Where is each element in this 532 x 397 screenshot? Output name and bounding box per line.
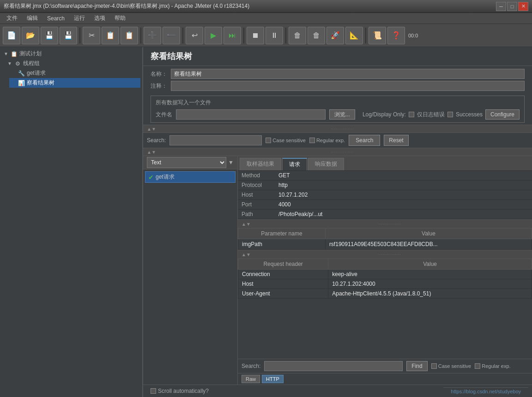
toolbar: 📄 📂 💾 💾 ✂ 📋 📋 ➕ ➖ ↩ ▶ ⏭ ⏹ ⏸ 🗑 🗑 🚀 📐 📜 ❓ … [0,24,532,47]
successes-checkbox[interactable] [447,112,453,117]
toolbar-clear[interactable]: 🗑 [289,27,306,44]
tab-response-data[interactable]: 响应数据 [308,158,344,170]
tree-item-result-tree[interactable]: 📊 察看结果树 [9,78,140,88]
bottom-search-input[interactable] [264,361,403,371]
headers-col2: Value [328,259,532,270]
toolbar-clear-all[interactable]: 🗑 [308,27,325,44]
toolbar-save[interactable]: 💾 [60,27,77,44]
protocol-value: http [275,180,532,190]
header-name-1: Host [238,279,328,289]
toolbar-sep1 [79,28,80,43]
toolbar-start-no-pause[interactable]: ⏭ [224,27,241,44]
toolbar-new[interactable]: 📄 [3,27,20,44]
tree-item-get-request[interactable]: 🔧 get请求 [9,68,140,78]
params-divider-arrows: ▲▼ [242,222,251,227]
params-divider-handle: ⋯⋯⋯⋯⋯ [251,222,528,227]
menu-edit[interactable]: 编辑 [22,13,42,23]
headers-section: ▲▼ ⋯⋯⋯⋯⋯ Request header Value [238,250,532,359]
menu-bar: 文件 编辑 Search 运行 选项 帮助 [0,13,532,24]
toolbar-paste[interactable]: 📋 [121,27,138,44]
path-label: Path [238,210,275,219]
text-dropdown[interactable]: Text [147,157,226,168]
divider-bar-2: ▲▼ ⋯⋯⋯⋯⋯ [143,148,532,156]
menu-options[interactable]: 选项 [90,13,110,23]
request-info-table: Method GET Protocol http Host 10.27.1.20… [238,171,532,219]
tab-sampler-result[interactable]: 取样器结果 [240,158,281,170]
browse-button[interactable]: 浏览... [329,109,355,120]
regular-exp-check[interactable]: Regular exp. [309,138,345,143]
bottom-regular-exp-checkbox[interactable] [475,363,480,369]
toolbar-save-all[interactable]: 💾 [41,27,58,44]
toolbar-copy[interactable]: 📋 [102,27,119,44]
bottom-case-sensitive-checkbox[interactable] [431,363,437,369]
configure-button[interactable]: Configure [485,109,520,120]
toolbar-remove[interactable]: ➖ [163,27,180,44]
params-section: ▲▼ ⋯⋯⋯⋯⋯ Parameter name Value [238,219,532,250]
toolbar-sep3 [182,28,183,43]
tabs-bar: 取样器结果 请求 响应数据 [238,156,532,171]
menu-search[interactable]: Search [42,14,69,23]
search-input[interactable] [169,135,262,145]
toolbar-run-remote[interactable]: 🚀 [326,27,344,44]
toolbar-add[interactable]: ➕ [144,27,161,44]
headers-col1: Request header [238,259,328,270]
tree-item-thread-group[interactable]: ▼ ⚙ 线程组 [6,59,140,68]
menu-run[interactable]: 运行 [69,13,90,23]
search-button[interactable]: Search [349,135,380,146]
scroll-auto-checkbox[interactable] [151,388,156,394]
toolbar-start[interactable]: ▶ [205,27,222,44]
toolbar-stop[interactable]: ⏹ [247,27,264,44]
toolbar-templates[interactable]: 📐 [345,27,363,44]
content-area: Text ▼ ✔ get请求 取样器结果 请求 [143,156,532,385]
case-sensitive-check[interactable]: Case sensitive [266,138,306,143]
name-input[interactable] [171,69,525,79]
maximize-button[interactable]: □ [507,2,517,11]
result-item-label: get请求 [156,173,175,181]
reset-button[interactable]: Reset [384,135,408,146]
bottom-regular-exp[interactable]: Regular exp. [475,363,510,369]
test-plan-tree: ▼ 📋 测试计划 ▼ ⚙ 线程组 🔧 get请求 📊 察看结果树 [0,47,142,397]
request-details: Method GET Protocol http Host 10.27.1.20… [238,171,532,385]
toolbar-help[interactable]: ❓ [387,27,405,44]
http-button[interactable]: HTTP [262,375,284,383]
comment-row: 注释： [151,81,525,91]
close-button[interactable]: ✕ [518,2,528,11]
main-layout: ▼ 📋 测试计划 ▼ ⚙ 线程组 🔧 get请求 📊 察看结果树 [0,47,532,397]
bottom-case-sensitive[interactable]: Case sensitive [431,363,472,369]
menu-help[interactable]: 帮助 [110,13,130,23]
file-section: 所有数据写入一个文件 文件名 浏览... Log/Display Only: 仅… [151,96,525,123]
minimize-button[interactable]: ─ [496,2,506,11]
divider-handle-1: ⋯⋯⋯⋯⋯ [156,126,528,132]
toolbar-log-viewer[interactable]: 📜 [369,27,386,44]
method-row: Method GET [238,171,532,180]
thread-group-icon: ⚙ [14,60,21,67]
headers-divider-arrows: ▲▼ [242,252,251,257]
file-input[interactable] [176,109,326,120]
regular-exp-checkbox[interactable] [309,138,315,143]
result-item-get-request[interactable]: ✔ get请求 [145,171,236,183]
menu-file[interactable]: 文件 [2,13,22,23]
toolbar-undo[interactable]: ↩ [186,27,203,44]
header-value-2: Apache-HttpClient/4.5.5 (Java/1.8.0_51) [328,289,532,299]
header-row-1: Host 10.27.1.202:4000 [238,279,532,289]
toolbar-cut[interactable]: ✂ [83,27,100,44]
case-sensitive-checkbox[interactable] [266,138,271,143]
tree-item-test-plan[interactable]: ▼ 📋 测试计划 [2,49,140,59]
results-tree: Text ▼ ✔ get请求 [143,156,238,385]
toolbar-open[interactable]: 📂 [22,27,39,44]
param-value-0: rsf190911A09E45E503C843EEAFD8CDB... [325,239,532,250]
divider-arrows-2: ▲▼ [147,150,156,155]
dropdown-arrow-icon: ▼ [228,159,234,166]
errors-checkbox[interactable] [409,112,414,117]
tab-request[interactable]: 请求 [282,158,307,170]
tree-label-result-tree: 察看结果树 [27,79,54,87]
comment-input[interactable] [171,81,525,91]
details-panel: 取样器结果 请求 响应数据 Method GET Protocol http [238,156,532,385]
tree-label-thread-group: 线程组 [23,60,40,67]
find-button[interactable]: Find [406,361,427,371]
form-section: 名称： 注释： [143,66,532,94]
toolbar-shutdown[interactable]: ⏸ [266,27,283,44]
raw-button[interactable]: Raw [242,375,260,383]
panel-header: 察看结果树 [143,47,532,66]
expand-icon-2 [11,71,16,76]
